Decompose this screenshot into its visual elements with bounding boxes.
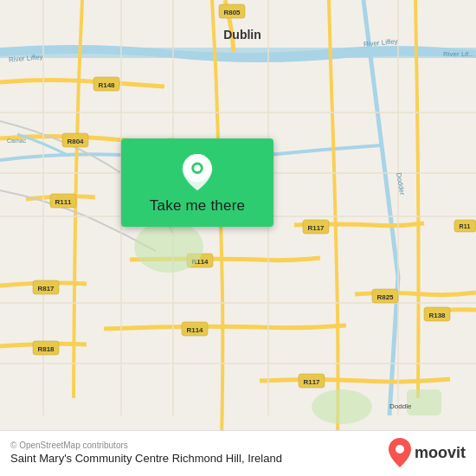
take-me-there-label: Take me there: [150, 197, 245, 215]
svg-text:R138: R138: [428, 312, 446, 319]
svg-point-39: [194, 164, 201, 171]
svg-text:R825: R825: [376, 293, 394, 301]
svg-text:R114: R114: [186, 326, 203, 334]
location-pin-icon: [182, 154, 213, 190]
svg-text:Camac: Camac: [7, 138, 27, 144]
moovit-brand-name: moovit: [415, 444, 466, 462]
map-container: R805 R148 R804 R111 R817 R818 R114 R114 …: [0, 0, 476, 476]
svg-text:R805: R805: [223, 9, 241, 16]
svg-text:Dodder: Dodder: [395, 172, 406, 196]
svg-text:R818: R818: [37, 345, 55, 353]
copyright-text: © OpenStreetMap contributors: [10, 441, 282, 450]
svg-text:R11: R11: [460, 223, 471, 229]
map-roads-layer: R805 R148 R804 R111 R817 R818 R114 R114 …: [0, 0, 476, 476]
moovit-logo-icon: [389, 438, 411, 467]
svg-text:R148: R148: [98, 81, 115, 89]
svg-rect-35: [407, 389, 441, 415]
take-me-there-container: Take me there: [121, 138, 273, 227]
svg-text:R117: R117: [303, 378, 320, 386]
bottom-left-info: © OpenStreetMap contributors Saint Mary'…: [10, 441, 282, 465]
svg-text:R817: R817: [37, 285, 55, 293]
bottom-bar: © OpenStreetMap contributors Saint Mary'…: [0, 430, 476, 476]
location-name: Saint Mary's Community Centre Richmond H…: [10, 452, 282, 465]
svg-text:R111: R111: [55, 198, 72, 206]
svg-text:R117: R117: [307, 224, 325, 232]
moovit-logo: moovit: [389, 438, 466, 467]
svg-text:R804: R804: [67, 138, 84, 145]
svg-point-34: [312, 389, 372, 424]
svg-text:Dublin: Dublin: [223, 28, 261, 42]
svg-text:River Lif...: River Lif...: [443, 50, 474, 58]
svg-point-33: [134, 221, 203, 273]
take-me-there-button[interactable]: Take me there: [121, 138, 273, 227]
svg-point-40: [396, 445, 404, 453]
svg-text:Doddle: Doddle: [389, 402, 412, 410]
